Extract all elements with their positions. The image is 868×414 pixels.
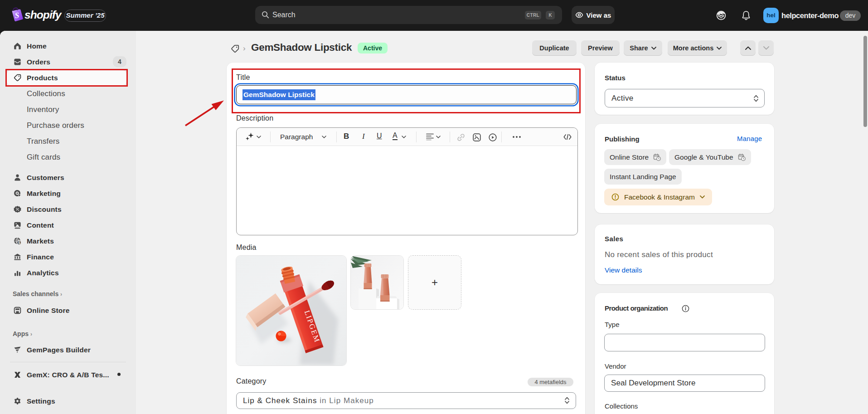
svg-text:$: $ bbox=[18, 240, 20, 245]
